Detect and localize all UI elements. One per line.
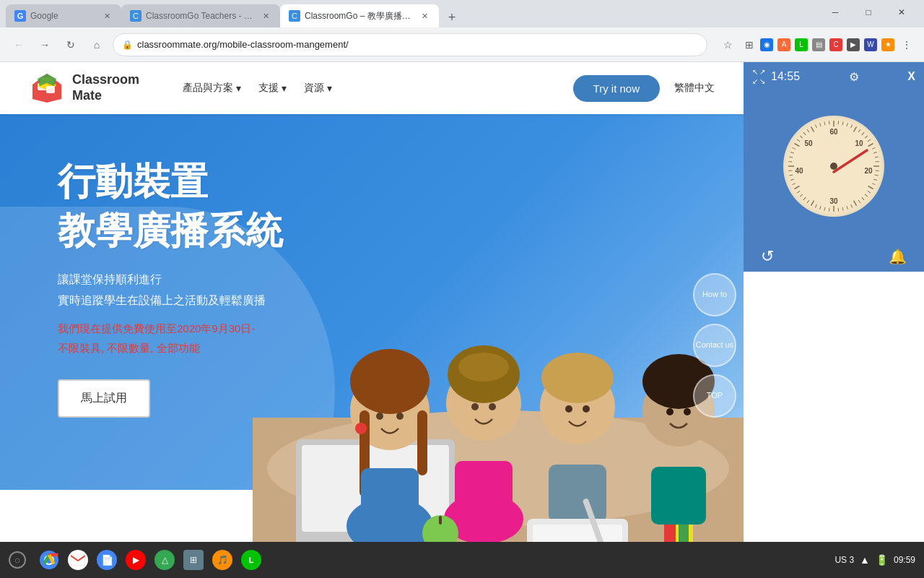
svg-point-32 — [583, 405, 590, 413]
chrome-browser: G Google ✕ C ClassroomGo Teachers - Clas… — [0, 0, 924, 578]
contact-us-button[interactable]: Contact us — [693, 324, 736, 367]
try-it-now-button[interactable]: Try it now — [573, 75, 660, 102]
svg-point-25 — [458, 353, 509, 381]
tab-google-title: Google — [30, 11, 97, 21]
timer-bell-button[interactable]: 🔔 — [889, 248, 907, 265]
extensions-menu-icon[interactable]: ⋮ — [898, 36, 915, 53]
svg-line-103 — [829, 121, 829, 124]
tab-google-close[interactable]: ✕ — [101, 10, 113, 22]
svg-point-19 — [376, 413, 383, 420]
svg-line-64 — [868, 186, 873, 189]
nav-resources[interactable]: 資源 ▾ — [304, 82, 332, 95]
timer-header: ↖ ↗ ↙ ↘ 14:55 ⚙ X — [744, 62, 924, 91]
language-switch[interactable]: 繁體中文 — [674, 82, 715, 95]
svg-point-20 — [396, 413, 404, 420]
svg-line-95 — [797, 139, 800, 142]
ext4-icon[interactable]: L — [794, 38, 808, 52]
timer-overlay: ↖ ↗ ↙ ↘ 14:55 ⚙ X — [744, 62, 924, 272]
ext8-icon[interactable]: W — [863, 38, 878, 52]
svg-line-75 — [829, 208, 829, 212]
taskbar-terminal-icon[interactable]: ⊞ — [182, 548, 205, 571]
reload-button[interactable]: ↻ — [61, 35, 81, 55]
ext5-icon[interactable]: ▤ — [811, 38, 826, 52]
svg-line-96 — [800, 136, 803, 138]
svg-point-30 — [541, 353, 614, 403]
nav-support[interactable]: 支援 ▾ — [258, 82, 287, 95]
taskbar-youtube-icon[interactable]: ▶ — [124, 548, 147, 571]
close-button[interactable]: ✕ — [885, 0, 918, 25]
svg-line-88 — [788, 171, 792, 171]
tab-teachers-close[interactable]: ✕ — [260, 10, 271, 22]
svg-text:30: 30 — [829, 197, 838, 205]
svg-line-85 — [792, 184, 796, 185]
window-controls: ─ □ ✕ — [819, 0, 918, 27]
svg-line-55 — [872, 147, 876, 149]
logo-text: Classroom Mate — [72, 72, 139, 103]
svg-line-82 — [800, 194, 803, 197]
svg-line-57 — [875, 157, 879, 158]
ext2-icon[interactable]: ◉ — [759, 38, 774, 52]
svg-point-15 — [350, 349, 430, 414]
tab-broadcast-close[interactable]: ✕ — [419, 10, 430, 22]
minimize-button[interactable]: ─ — [819, 0, 852, 25]
taskbar-vlc-icon[interactable]: 🎵 — [211, 548, 234, 571]
hero-title: 行動裝置 教學廣播系統 — [58, 158, 283, 255]
svg-line-86 — [790, 179, 794, 181]
ext3-icon[interactable]: A — [777, 38, 791, 52]
svg-line-77 — [820, 206, 821, 210]
svg-line-51 — [862, 132, 864, 135]
hero-cta-button[interactable]: 馬上試用 — [58, 379, 150, 418]
teachers-favicon: C — [130, 10, 141, 22]
new-tab-button[interactable]: + — [442, 7, 462, 27]
clock-face[interactable]: generate ticks — [783, 116, 884, 217]
taskbar-drive-icon[interactable]: △ — [153, 548, 176, 571]
taskbar-docs-icon[interactable]: 📄 — [95, 548, 118, 571]
dropdown-arrow-products: ▾ — [236, 82, 241, 94]
svg-rect-17 — [417, 410, 427, 475]
tab-broadcast[interactable]: C ClassroomGo – 教學廣播系統… ✕ — [280, 4, 439, 27]
svg-line-60 — [876, 171, 879, 171]
ext6-icon[interactable]: C — [829, 38, 843, 52]
taskbar-chrome-icon[interactable] — [38, 548, 61, 571]
google-favicon: G — [14, 10, 26, 22]
svg-point-111 — [830, 163, 837, 170]
address-field[interactable]: 🔒 classroommate.org/mobile-classroom-man… — [113, 33, 707, 56]
home-button[interactable]: ⌂ — [87, 35, 107, 55]
svg-point-37 — [684, 408, 691, 415]
svg-line-53 — [868, 139, 871, 142]
nav-products[interactable]: 產品與方案 ▾ — [183, 82, 241, 95]
timer-reset-button[interactable]: ↺ — [761, 247, 774, 266]
bookmark-star-icon[interactable]: ☆ — [719, 36, 736, 53]
timer-gear-icon[interactable]: ⚙ — [849, 70, 859, 84]
top-button[interactable]: TOP — [693, 374, 736, 418]
taskbar-line-icon[interactable]: L — [240, 548, 263, 571]
taskbar-gmail-icon[interactable] — [66, 548, 90, 571]
how-to-button[interactable]: How to — [693, 273, 736, 316]
svg-line-79 — [811, 201, 814, 206]
svg-line-62 — [873, 179, 877, 181]
timer-footer: ↺ 🔔 — [744, 241, 924, 272]
svg-rect-38 — [651, 467, 706, 525]
svg-point-31 — [565, 405, 572, 413]
translate-ext-icon[interactable]: ⊞ — [742, 38, 757, 52]
svg-rect-40 — [439, 516, 442, 525]
ext9-icon[interactable]: ★ — [881, 38, 895, 52]
svg-line-45 — [838, 121, 839, 124]
maximize-button[interactable]: □ — [852, 0, 885, 25]
svg-rect-33 — [549, 465, 606, 522]
svg-line-80 — [807, 200, 809, 203]
forward-button[interactable]: → — [35, 35, 55, 55]
ext7-icon[interactable]: ▶ — [846, 38, 860, 52]
svg-line-94 — [794, 144, 799, 147]
kids-photo — [253, 165, 744, 577]
timer-close-button[interactable]: X — [907, 70, 915, 83]
svg-line-102 — [824, 121, 825, 125]
tab-google[interactable]: G Google ✕ — [6, 4, 121, 27]
taskbar-status-area: US 3 ▲ 🔋 09:59 — [834, 554, 915, 566]
svg-line-110 — [834, 150, 867, 172]
svg-line-71 — [847, 206, 848, 210]
back-button[interactable]: ← — [9, 35, 29, 55]
svg-line-97 — [803, 132, 806, 135]
tab-teachers[interactable]: C ClassroomGo Teachers - Clas… ✕ — [121, 4, 280, 27]
tab-teachers-title: ClassroomGo Teachers - Clas… — [146, 11, 256, 21]
